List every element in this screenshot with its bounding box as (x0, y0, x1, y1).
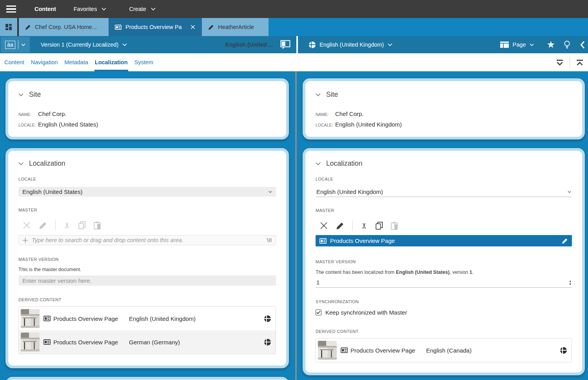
master-version-input[interactable] (18, 275, 276, 286)
chevron-down-icon (21, 43, 25, 46)
hint-locale: English (United States) (396, 270, 450, 275)
cut-icon[interactable]: ✂ (63, 222, 71, 229)
hamburger-menu-icon[interactable] (0, 5, 22, 13)
localization-card-header[interactable]: Localization (18, 159, 276, 168)
content-thumbnail (21, 309, 40, 328)
localization-card-title: Localization (326, 159, 362, 168)
number-spinner[interactable]: ▴▾ (569, 279, 571, 286)
locale-select[interactable]: English (United Kingdom) (316, 187, 572, 197)
keep-synchronized-row: Keep synchronized with Master (316, 309, 572, 316)
hint-prefix: The content has been localized from (316, 270, 396, 275)
master-selected-title: Products Overview Page (330, 237, 395, 244)
comparison-view-icon[interactable] (280, 40, 290, 49)
version-selector[interactable]: Version 1 (Currently Localized) (41, 42, 127, 48)
pencil-icon[interactable] (39, 221, 47, 230)
chevron-down-icon (18, 162, 24, 165)
tab-navigation[interactable]: Navigation (31, 53, 58, 71)
collapse-all-down-icon[interactable] (555, 59, 564, 66)
remove-icon[interactable] (22, 221, 31, 230)
chevron-down-icon (122, 43, 127, 46)
pencil-icon[interactable] (562, 238, 568, 244)
separator (570, 57, 570, 67)
copy-icon[interactable] (78, 221, 86, 230)
site-card-header[interactable]: Site (18, 90, 276, 99)
pencil-icon (208, 24, 214, 30)
translation-view-button[interactable]: àa (1, 37, 30, 52)
panel-split-divider[interactable] (295, 71, 297, 380)
collapse-panel-chevron-left-icon[interactable] (580, 41, 585, 49)
localization-card-title: Localization (29, 159, 65, 168)
derived-content-row[interactable]: Products Overview Page English (Canada) (316, 338, 572, 362)
copy-icon[interactable] (376, 222, 383, 230)
chevron-down-icon (316, 93, 321, 96)
tab-label: HeatherArticle (218, 24, 254, 30)
tab-heather-article[interactable]: HeatherArticle (202, 18, 269, 36)
view-selector-page[interactable]: Page (500, 42, 534, 48)
bookmark-star-icon[interactable]: ★ (546, 39, 555, 50)
site-locale-row: LOCALE: English (United Kingdom) (316, 121, 572, 128)
menu-favorites[interactable]: Favorites (74, 6, 107, 12)
localization-card-header[interactable]: Localization (316, 159, 572, 168)
master-version-number-input[interactable] (316, 279, 569, 286)
menu-create[interactable]: Create (129, 6, 156, 12)
site-name-value: Chef Corp. (38, 110, 67, 117)
close-icon[interactable] (190, 24, 196, 30)
master-drop-area[interactable] (18, 235, 276, 245)
derived-title: Products Overview Page (350, 347, 426, 354)
pencil-icon[interactable] (336, 222, 344, 230)
master-search-input[interactable] (32, 237, 266, 243)
tab-metadata[interactable]: Metadata (64, 53, 88, 71)
derived-content-label: DERIVED CONTENT (18, 297, 276, 302)
hint-suffix: . (472, 270, 473, 275)
tab-chef-corp-usa-home[interactable]: Chef Corp. USA Home... (19, 18, 109, 36)
library-icon[interactable] (266, 237, 272, 243)
plus-icon (22, 237, 28, 243)
collapse-all-up-icon[interactable] (575, 59, 584, 66)
world-status-icon (560, 347, 567, 354)
toolbar-right-pane: English (United Kingdom) Page ★ (298, 36, 588, 53)
derived-content-list: Products Overview Page English (United K… (18, 306, 276, 354)
derived-content-row[interactable]: Products Overview Page English (United K… (19, 307, 276, 330)
site-card-title: Site (29, 90, 41, 99)
keep-synchronized-label: Keep synchronized with Master (325, 309, 407, 316)
master-selected-content[interactable]: Products Overview Page (316, 235, 572, 246)
lightbulb-icon[interactable] (564, 40, 570, 49)
locale-field-label: LOCALE (18, 177, 276, 181)
world-status-icon (264, 315, 271, 322)
site-locale-row: LOCALE: English (United States) (18, 121, 276, 128)
separator (18, 40, 18, 49)
derived-content-row[interactable]: Products Overview Page German (Germany) (19, 330, 276, 354)
content-thumbnail (318, 341, 337, 360)
dashboard-icon (4, 23, 13, 31)
menu-favorites-label: Favorites (74, 6, 97, 12)
menu-content[interactable]: Content (34, 6, 56, 12)
keep-synchronized-checkbox[interactable] (316, 309, 321, 315)
version-label: Version 1 (Currently Localized) (41, 42, 118, 48)
tab-content[interactable]: Content (4, 53, 25, 71)
spinner-down-icon[interactable]: ▾ (569, 282, 571, 286)
separator (352, 221, 353, 231)
derived-locale: German (Germany) (129, 339, 264, 346)
tab-system-label: System (134, 59, 153, 65)
paste-icon[interactable] (94, 221, 101, 230)
master-field-label: MASTER (316, 208, 572, 213)
tab-dashboard[interactable] (0, 18, 17, 36)
toolbar-left-pane: àa Version 1 (Currently Localized) Engli… (0, 36, 296, 53)
site-locale-value: English (United States) (38, 121, 98, 128)
cut-icon[interactable]: ✂ (360, 223, 368, 229)
site-card-header[interactable]: Site (316, 90, 572, 99)
site-name-value: Chef Corp. (335, 110, 364, 117)
site-name-label: NAME: (316, 112, 335, 117)
derived-locale: English (United Kingdom) (129, 315, 264, 322)
next-card-partial (5, 377, 289, 380)
view-label: Page (513, 42, 526, 48)
tab-products-overview-page[interactable]: Products Overview Pa... (109, 18, 202, 36)
tab-system[interactable]: System (134, 53, 154, 71)
locale-select[interactable]: English (United States) (18, 187, 276, 197)
master-toolbar: ✂ (316, 220, 572, 232)
paste-icon[interactable] (391, 222, 398, 230)
right-locale-selector[interactable]: English (United Kingdom) (309, 42, 392, 48)
remove-icon[interactable] (319, 221, 328, 230)
tab-localization[interactable]: Localization (94, 53, 128, 71)
page-icon (115, 25, 122, 30)
